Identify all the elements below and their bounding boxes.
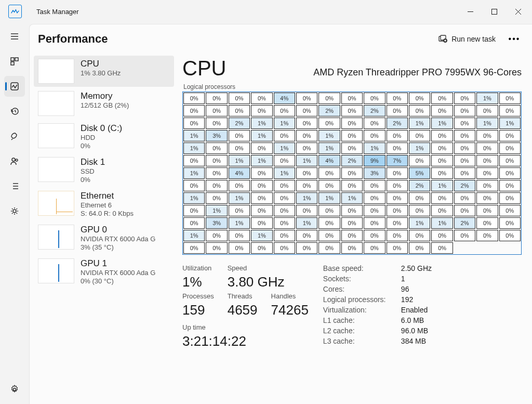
title-bar: Task Manager	[0, 0, 532, 23]
core-cell: 0%	[476, 180, 498, 191]
core-cell: 0%	[274, 192, 295, 204]
core-cell: 0%	[499, 180, 521, 191]
core-cell: 0%	[387, 180, 408, 191]
core-cell: 0%	[409, 242, 430, 254]
small-stats: Base speed:2.50 GHzSockets:1Cores:96Logi…	[323, 264, 432, 349]
core-cell: 0%	[409, 93, 430, 104]
core-cell: 0%	[206, 192, 227, 204]
core-cell: 0%	[409, 192, 430, 204]
core-cell: 0%	[206, 155, 227, 166]
core-cell: 0%	[341, 242, 363, 254]
device-line2: 0%	[81, 142, 170, 150]
logical-processor-grid[interactable]: 0%0%0%0%4%0%0%0%0%0%0%0%0%1%0%0%0%0%0%0%…	[182, 92, 522, 255]
core-cell: 2%	[341, 155, 363, 166]
core-cell: 3%	[206, 217, 227, 229]
core-cell: 0%	[454, 230, 475, 241]
core-cell: 0%	[364, 130, 385, 141]
device-list: CPU1% 3.80 GHzMemory12/512 GB (2%)Disk 0…	[30, 54, 178, 404]
svg-point-21	[13, 210, 16, 213]
core-cell: 0%	[183, 242, 205, 254]
run-new-task-button[interactable]: Run new task	[433, 31, 501, 47]
core-cell: 0%	[229, 180, 250, 191]
nav-services[interactable]	[4, 201, 25, 221]
device-item-cpu[interactable]: CPU1% 3.80 GHz	[34, 56, 174, 87]
core-cell: 0%	[364, 205, 385, 216]
core-cell: 0%	[318, 180, 340, 191]
device-item-gpu-0[interactable]: GPU 0NVIDIA RTX 6000 Ada G3% (35 °C)	[34, 221, 174, 254]
core-cell: 3%	[364, 167, 385, 179]
run-new-task-label: Run new task	[451, 35, 496, 43]
core-cell: 0%	[183, 217, 205, 229]
device-item-disk-1[interactable]: Disk 1SSD0%	[34, 154, 174, 187]
core-cell: 1%	[409, 118, 430, 129]
stat-value: 384 MB	[401, 337, 432, 345]
uptime-value: 3:21:14:22	[182, 333, 309, 349]
core-cell: 0%	[387, 217, 408, 229]
stat-key: Virtualization:	[323, 306, 401, 314]
core-cell: 0%	[476, 192, 498, 204]
core-cell: 0%	[206, 242, 227, 254]
device-item-gpu-1[interactable]: GPU 1NVIDIA RTX 6000 Ada G0% (30 °C)	[34, 255, 174, 288]
core-cell: 0%	[499, 93, 521, 104]
device-thumb	[38, 157, 74, 182]
core-cell: 0%	[431, 205, 453, 216]
core-cell: 0%	[364, 242, 385, 254]
core-cell: 0%	[431, 167, 453, 179]
minimize-button[interactable]	[458, 0, 482, 23]
device-item-ethernet[interactable]: EthernetEthernet 6S: 64.0 R: 0 Kbps	[34, 188, 174, 220]
page-title: Performance	[38, 32, 108, 46]
core-cell: 0%	[274, 205, 295, 216]
nav-users[interactable]	[4, 151, 25, 172]
core-cell: 1%	[274, 142, 295, 154]
device-item-disk-0-c-[interactable]: Disk 0 (C:)HDD0%	[34, 120, 174, 153]
device-thumb	[38, 123, 74, 148]
hamburger-button[interactable]	[4, 26, 25, 47]
core-cell: 0%	[183, 180, 205, 191]
core-cell: 0%	[341, 105, 363, 116]
core-cell: 0%	[476, 205, 498, 216]
core-cell: 0%	[183, 118, 205, 129]
core-cell: 0%	[409, 205, 430, 216]
util-value: 1%	[182, 274, 214, 290]
core-cell: 4%	[318, 155, 340, 166]
core-cell: 0%	[206, 230, 227, 241]
nav-processes[interactable]	[4, 51, 25, 72]
more-button[interactable]: •••	[505, 31, 524, 47]
close-button[interactable]	[506, 0, 530, 23]
core-cell: 1%	[296, 155, 317, 166]
threads-value: 4659	[228, 302, 258, 318]
nav-performance[interactable]	[4, 76, 25, 97]
core-cell: 1%	[476, 118, 498, 129]
core-cell: 0%	[296, 130, 317, 141]
stat-key: L3 cache:	[323, 337, 401, 345]
maximize-button[interactable]	[482, 0, 506, 23]
core-cell: 1%	[431, 118, 453, 129]
core-cell: 0%	[296, 142, 317, 154]
nav-settings[interactable]	[4, 379, 25, 400]
core-cell: 0%	[431, 142, 453, 154]
core-cell: 1%	[296, 192, 317, 204]
device-name: GPU 1	[81, 258, 170, 269]
device-name: GPU 0	[81, 225, 170, 235]
device-thumb	[38, 91, 74, 116]
core-cell: 0%	[183, 155, 205, 166]
nav-app-history[interactable]	[4, 101, 25, 122]
core-cell: 1%	[183, 230, 205, 241]
core-cell: 1%	[341, 192, 363, 204]
core-cell: 0%	[251, 242, 272, 254]
device-thumb	[38, 59, 74, 84]
core-cell: 0%	[318, 242, 340, 254]
device-name: Disk 0 (C:)	[81, 123, 170, 134]
svg-point-13	[12, 158, 15, 161]
stat-key: L1 cache:	[323, 316, 401, 324]
core-cell: 0%	[454, 105, 475, 116]
core-cell: 0%	[296, 205, 317, 216]
core-cell: 0%	[454, 142, 475, 154]
core-cell: 0%	[454, 130, 475, 141]
core-cell: 0%	[387, 192, 408, 204]
nav-details[interactable]	[4, 176, 25, 197]
device-item-memory[interactable]: Memory12/512 GB (2%)	[34, 88, 174, 119]
core-cell: 0%	[251, 105, 272, 116]
svg-point-22	[14, 388, 16, 391]
nav-startup[interactable]	[4, 126, 25, 147]
